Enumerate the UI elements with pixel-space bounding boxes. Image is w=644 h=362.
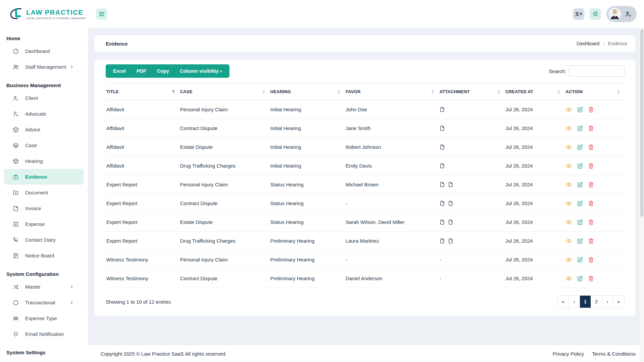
sidebar-item-case[interactable]: Case xyxy=(0,137,88,153)
page-1-button[interactable]: 1 xyxy=(580,296,591,308)
page-next-button[interactable]: › xyxy=(602,296,613,308)
sidebar-item-advocate[interactable]: Advocate xyxy=(0,106,88,122)
pdf-button[interactable]: PDF xyxy=(131,64,152,78)
sidebar-item-advice[interactable]: Advice xyxy=(0,122,88,137)
column-header-case[interactable]: CASE xyxy=(179,83,270,100)
attachment-file-icon[interactable] xyxy=(439,237,445,244)
column-header-favor[interactable]: FAVOR xyxy=(345,83,439,100)
cell-title: Affidavit xyxy=(106,119,179,138)
attachment-file-icon[interactable] xyxy=(448,219,453,226)
brand-logo[interactable]: LAW PRACTICE LEGAL ADVOCATE & COUNSEL MA… xyxy=(0,0,88,28)
edit-button[interactable] xyxy=(577,106,583,113)
section-label-business: Business Management xyxy=(0,80,88,90)
list-icon xyxy=(12,315,19,322)
view-button[interactable] xyxy=(566,181,572,188)
privacy-policy-link[interactable]: Privacy Policy xyxy=(553,351,584,357)
sidebar-item-notice-board[interactable]: Notice Board xyxy=(0,248,88,263)
edit-button[interactable] xyxy=(577,219,583,226)
delete-button[interactable] xyxy=(588,200,594,207)
attachment-file-icon[interactable] xyxy=(448,200,453,207)
profile-menu[interactable] xyxy=(606,6,637,22)
attachment-file-icon[interactable] xyxy=(448,237,453,244)
column-header-hearing[interactable]: HEARING xyxy=(270,83,345,100)
cell-actions xyxy=(566,125,621,132)
table-row: Expert ReportDrug Trafficking ChargesPre… xyxy=(106,232,625,250)
delete-button[interactable] xyxy=(588,163,594,169)
delete-button[interactable] xyxy=(588,256,594,263)
scrollbar[interactable] xyxy=(640,28,644,362)
sidebar-item-staff-management[interactable]: Staff Management xyxy=(0,59,88,75)
attachment-file-icon[interactable] xyxy=(439,162,445,169)
cell-hearing: Status Hearing xyxy=(270,213,345,232)
delete-button[interactable] xyxy=(588,125,594,132)
column-header-attachment[interactable]: ATTACHMENT xyxy=(439,83,504,100)
menu-toggle-button[interactable] xyxy=(96,8,107,20)
view-button[interactable] xyxy=(566,219,572,226)
sidebar-item-expense-type[interactable]: Expense Type xyxy=(0,310,88,326)
view-button[interactable] xyxy=(566,163,572,169)
edit-button[interactable] xyxy=(577,238,583,244)
view-button[interactable] xyxy=(566,106,572,113)
sidebar-item-invoice[interactable]: Invoice xyxy=(0,200,88,216)
page-2-button[interactable]: 2 xyxy=(591,296,602,308)
edit-button[interactable] xyxy=(577,275,583,282)
attachment-file-icon[interactable] xyxy=(439,181,445,188)
sidebar-item-dashboard[interactable]: Dashboard xyxy=(0,43,88,59)
sidebar-item-document[interactable]: Document xyxy=(0,185,88,200)
edit-button[interactable] xyxy=(577,200,583,207)
settings-button[interactable]: ⚙ xyxy=(590,8,601,20)
view-button[interactable] xyxy=(566,256,572,263)
sidebar-item-master[interactable]: Master xyxy=(0,279,88,295)
edit-button[interactable] xyxy=(577,256,583,263)
attachment-file-icon[interactable] xyxy=(439,200,445,207)
attachment-file-icon[interactable] xyxy=(439,106,445,113)
translate-button[interactable]: 文A xyxy=(573,8,584,20)
delete-button[interactable] xyxy=(588,181,594,188)
view-button[interactable] xyxy=(566,200,572,207)
page-prev-button[interactable]: ‹ xyxy=(569,296,580,308)
cell-created-at: Jul 26, 2024 xyxy=(505,100,565,119)
sidebar-item-client[interactable]: Client xyxy=(0,90,88,106)
delete-button[interactable] xyxy=(588,275,594,282)
scrollbar-thumb[interactable] xyxy=(640,29,643,217)
attachment-file-icon[interactable] xyxy=(439,219,445,226)
sidebar-item-evidence[interactable]: Evidence xyxy=(4,169,84,185)
terms-link[interactable]: Terms & Conditions xyxy=(592,351,636,357)
sidebar-item-email-notification[interactable]: Email Notification xyxy=(0,326,88,342)
view-button[interactable] xyxy=(566,275,572,282)
edit-button[interactable] xyxy=(577,181,583,188)
column-header-created-at[interactable]: CREATED AT xyxy=(505,83,565,100)
copy-button[interactable]: Copy xyxy=(152,64,174,78)
page-first-button[interactable]: « xyxy=(558,296,569,308)
view-button[interactable] xyxy=(566,144,572,150)
page-last-button[interactable]: » xyxy=(613,296,624,308)
edit-button[interactable] xyxy=(577,125,583,132)
view-button[interactable] xyxy=(566,238,572,244)
attachment-file-icon[interactable] xyxy=(439,125,445,132)
trash-icon xyxy=(588,219,594,226)
attachment-cell xyxy=(439,200,501,207)
edit-button[interactable] xyxy=(577,144,583,150)
edit-button[interactable] xyxy=(577,163,583,169)
table-row: Witness TestimonyContract DisputePrelimi… xyxy=(106,269,625,288)
attachment-file-icon[interactable] xyxy=(439,143,445,150)
excel-button[interactable]: Excel xyxy=(108,64,131,78)
section-label-system-config: System Configuration xyxy=(0,269,88,279)
delete-button[interactable] xyxy=(588,106,594,113)
sidebar-item-hearing[interactable]: Hearing xyxy=(0,153,88,169)
search-input[interactable] xyxy=(569,65,625,77)
sidebar-item-contact-diary[interactable]: Contact Diary xyxy=(0,232,88,248)
delete-button[interactable] xyxy=(588,219,594,226)
column-visibility-button[interactable]: Column visibility▾ xyxy=(174,64,227,78)
column-header-title[interactable]: TITLE xyxy=(106,83,179,100)
view-button[interactable] xyxy=(566,125,572,132)
breadcrumb-dashboard[interactable]: Dashboard xyxy=(577,41,600,46)
delete-button[interactable] xyxy=(588,238,594,244)
column-header-action[interactable]: ACTION xyxy=(565,83,625,100)
sidebar-item-transactional[interactable]: Transactional xyxy=(0,295,88,310)
sidebar-item-expense[interactable]: Expense xyxy=(0,216,88,232)
attachment-file-icon[interactable] xyxy=(448,181,453,188)
cell-actions xyxy=(566,275,621,282)
delete-button[interactable] xyxy=(588,144,594,150)
attachment-cell xyxy=(439,181,501,188)
